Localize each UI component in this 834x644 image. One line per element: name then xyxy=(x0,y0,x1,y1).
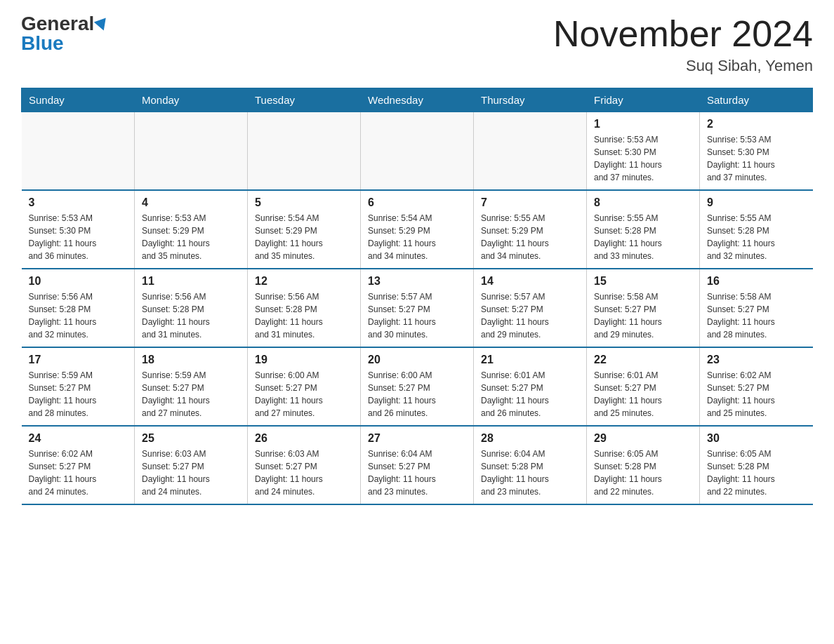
calendar-cell xyxy=(474,112,587,191)
calendar-cell: 4Sunrise: 5:53 AM Sunset: 5:29 PM Daylig… xyxy=(135,190,248,269)
sun-info: Sunrise: 5:53 AM Sunset: 5:30 PM Dayligh… xyxy=(594,133,692,184)
day-number: 27 xyxy=(368,432,466,445)
sun-info: Sunrise: 5:55 AM Sunset: 5:28 PM Dayligh… xyxy=(707,212,806,262)
sun-info: Sunrise: 5:59 AM Sunset: 5:27 PM Dayligh… xyxy=(142,369,240,420)
sun-info: Sunrise: 6:01 AM Sunset: 5:27 PM Dayligh… xyxy=(481,369,579,420)
day-number: 10 xyxy=(29,275,128,288)
day-number: 20 xyxy=(368,354,466,366)
sun-info: Sunrise: 6:03 AM Sunset: 5:27 PM Dayligh… xyxy=(142,448,240,498)
day-number: 17 xyxy=(29,354,128,366)
sun-info: Sunrise: 5:55 AM Sunset: 5:29 PM Dayligh… xyxy=(481,212,579,262)
calendar-cell xyxy=(248,112,361,191)
sun-info: Sunrise: 6:00 AM Sunset: 5:27 PM Dayligh… xyxy=(255,369,353,420)
sun-info: Sunrise: 5:53 AM Sunset: 5:29 PM Dayligh… xyxy=(142,212,240,262)
calendar-cell: 7Sunrise: 5:55 AM Sunset: 5:29 PM Daylig… xyxy=(474,190,587,269)
logo-blue-text: Blue xyxy=(21,34,64,53)
sun-info: Sunrise: 6:01 AM Sunset: 5:27 PM Dayligh… xyxy=(594,369,692,420)
day-number: 12 xyxy=(255,275,353,288)
logo: General Blue xyxy=(21,14,108,53)
sun-info: Sunrise: 5:56 AM Sunset: 5:28 PM Dayligh… xyxy=(255,290,353,341)
calendar-cell: 25Sunrise: 6:03 AM Sunset: 5:27 PM Dayli… xyxy=(135,426,248,504)
calendar-cell: 23Sunrise: 6:02 AM Sunset: 5:27 PM Dayli… xyxy=(700,347,813,426)
calendar-week-row: 17Sunrise: 5:59 AM Sunset: 5:27 PM Dayli… xyxy=(22,347,813,426)
calendar-week-row: 1Sunrise: 5:53 AM Sunset: 5:30 PM Daylig… xyxy=(22,112,813,191)
calendar-cell: 6Sunrise: 5:54 AM Sunset: 5:29 PM Daylig… xyxy=(361,190,474,269)
day-number: 6 xyxy=(368,196,466,209)
day-number: 11 xyxy=(142,275,240,288)
sun-info: Sunrise: 5:53 AM Sunset: 5:30 PM Dayligh… xyxy=(707,133,806,184)
calendar-cell: 20Sunrise: 6:00 AM Sunset: 5:27 PM Dayli… xyxy=(361,347,474,426)
sun-info: Sunrise: 5:56 AM Sunset: 5:28 PM Dayligh… xyxy=(29,290,128,341)
calendar-cell: 26Sunrise: 6:03 AM Sunset: 5:27 PM Dayli… xyxy=(248,426,361,504)
logo-triangle-icon xyxy=(94,18,110,32)
day-number: 22 xyxy=(594,354,692,366)
sun-info: Sunrise: 6:05 AM Sunset: 5:28 PM Dayligh… xyxy=(594,448,692,498)
day-number: 4 xyxy=(142,196,240,209)
sun-info: Sunrise: 5:58 AM Sunset: 5:27 PM Dayligh… xyxy=(707,290,806,341)
day-number: 19 xyxy=(255,354,353,366)
calendar-header-saturday: Saturday xyxy=(700,88,813,112)
calendar-header-monday: Monday xyxy=(135,88,248,112)
day-number: 29 xyxy=(594,432,692,445)
day-number: 13 xyxy=(368,275,466,288)
calendar-header-thursday: Thursday xyxy=(474,88,587,112)
sun-info: Sunrise: 5:54 AM Sunset: 5:29 PM Dayligh… xyxy=(368,212,466,262)
calendar-cell: 28Sunrise: 6:04 AM Sunset: 5:28 PM Dayli… xyxy=(474,426,587,504)
calendar-header-friday: Friday xyxy=(587,88,700,112)
calendar-cell: 29Sunrise: 6:05 AM Sunset: 5:28 PM Dayli… xyxy=(587,426,700,504)
calendar-cell: 27Sunrise: 6:04 AM Sunset: 5:27 PM Dayli… xyxy=(361,426,474,504)
calendar-table: SundayMondayTuesdayWednesdayThursdayFrid… xyxy=(21,88,813,505)
calendar-cell: 13Sunrise: 5:57 AM Sunset: 5:27 PM Dayli… xyxy=(361,269,474,347)
sun-info: Sunrise: 6:04 AM Sunset: 5:28 PM Dayligh… xyxy=(481,448,579,498)
calendar-cell xyxy=(135,112,248,191)
sun-info: Sunrise: 6:04 AM Sunset: 5:27 PM Dayligh… xyxy=(368,448,466,498)
sun-info: Sunrise: 5:58 AM Sunset: 5:27 PM Dayligh… xyxy=(594,290,692,341)
calendar-cell: 8Sunrise: 5:55 AM Sunset: 5:28 PM Daylig… xyxy=(587,190,700,269)
day-number: 5 xyxy=(255,196,353,209)
calendar-cell: 17Sunrise: 5:59 AM Sunset: 5:27 PM Dayli… xyxy=(22,347,135,426)
sun-info: Sunrise: 5:53 AM Sunset: 5:30 PM Dayligh… xyxy=(29,212,128,262)
calendar-cell: 2Sunrise: 5:53 AM Sunset: 5:30 PM Daylig… xyxy=(700,112,813,191)
calendar-week-row: 10Sunrise: 5:56 AM Sunset: 5:28 PM Dayli… xyxy=(22,269,813,347)
day-number: 18 xyxy=(142,354,240,366)
calendar-cell: 18Sunrise: 5:59 AM Sunset: 5:27 PM Dayli… xyxy=(135,347,248,426)
day-number: 23 xyxy=(707,354,806,366)
day-number: 21 xyxy=(481,354,579,366)
location-title: Suq Sibah, Yemen xyxy=(553,57,813,75)
calendar-cell: 11Sunrise: 5:56 AM Sunset: 5:28 PM Dayli… xyxy=(135,269,248,347)
sun-info: Sunrise: 5:59 AM Sunset: 5:27 PM Dayligh… xyxy=(29,369,128,420)
calendar-header-wednesday: Wednesday xyxy=(361,88,474,112)
day-number: 2 xyxy=(707,118,806,130)
day-number: 16 xyxy=(707,275,806,288)
calendar-cell: 30Sunrise: 6:05 AM Sunset: 5:28 PM Dayli… xyxy=(700,426,813,504)
sun-info: Sunrise: 6:03 AM Sunset: 5:27 PM Dayligh… xyxy=(255,448,353,498)
day-number: 14 xyxy=(481,275,579,288)
day-number: 24 xyxy=(29,432,128,445)
calendar-cell: 3Sunrise: 5:53 AM Sunset: 5:30 PM Daylig… xyxy=(22,190,135,269)
sun-info: Sunrise: 6:05 AM Sunset: 5:28 PM Dayligh… xyxy=(707,448,806,498)
calendar-header-row: SundayMondayTuesdayWednesdayThursdayFrid… xyxy=(22,88,813,112)
sun-info: Sunrise: 5:54 AM Sunset: 5:29 PM Dayligh… xyxy=(255,212,353,262)
day-number: 3 xyxy=(29,196,128,209)
title-area: November 2024 Suq Sibah, Yemen xyxy=(553,14,813,75)
sun-info: Sunrise: 5:57 AM Sunset: 5:27 PM Dayligh… xyxy=(368,290,466,341)
calendar-header-tuesday: Tuesday xyxy=(248,88,361,112)
calendar-cell xyxy=(22,112,135,191)
sun-info: Sunrise: 6:00 AM Sunset: 5:27 PM Dayligh… xyxy=(368,369,466,420)
day-number: 9 xyxy=(707,196,806,209)
sun-info: Sunrise: 5:55 AM Sunset: 5:28 PM Dayligh… xyxy=(594,212,692,262)
calendar-cell: 14Sunrise: 5:57 AM Sunset: 5:27 PM Dayli… xyxy=(474,269,587,347)
day-number: 26 xyxy=(255,432,353,445)
sun-info: Sunrise: 5:56 AM Sunset: 5:28 PM Dayligh… xyxy=(142,290,240,341)
calendar-cell: 24Sunrise: 6:02 AM Sunset: 5:27 PM Dayli… xyxy=(22,426,135,504)
day-number: 8 xyxy=(594,196,692,209)
calendar-week-row: 24Sunrise: 6:02 AM Sunset: 5:27 PM Dayli… xyxy=(22,426,813,504)
sun-info: Sunrise: 6:02 AM Sunset: 5:27 PM Dayligh… xyxy=(707,369,806,420)
logo-general-text: General xyxy=(21,14,94,34)
calendar-header-sunday: Sunday xyxy=(22,88,135,112)
day-number: 28 xyxy=(481,432,579,445)
sun-info: Sunrise: 6:02 AM Sunset: 5:27 PM Dayligh… xyxy=(29,448,128,498)
calendar-cell: 19Sunrise: 6:00 AM Sunset: 5:27 PM Dayli… xyxy=(248,347,361,426)
calendar-cell: 15Sunrise: 5:58 AM Sunset: 5:27 PM Dayli… xyxy=(587,269,700,347)
calendar-cell: 12Sunrise: 5:56 AM Sunset: 5:28 PM Dayli… xyxy=(248,269,361,347)
